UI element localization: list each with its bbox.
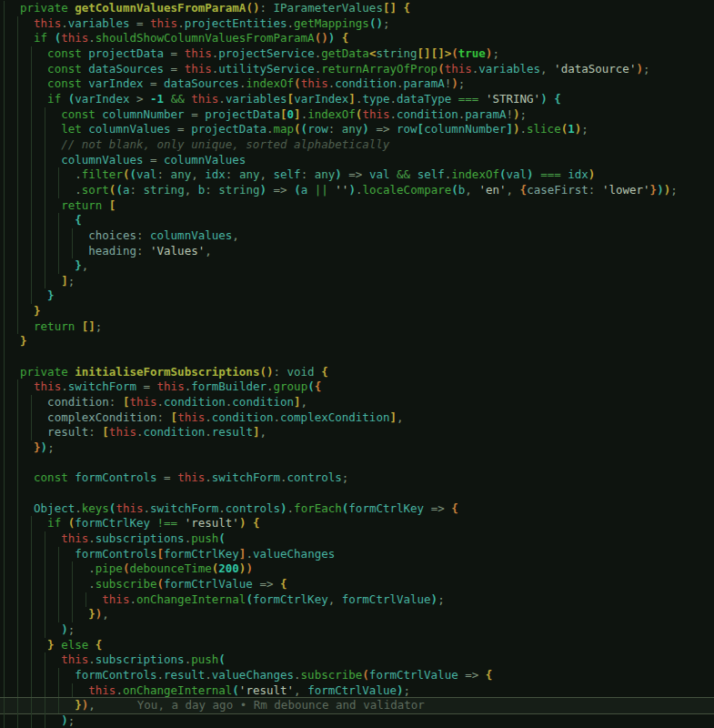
code-token: dataSources [88,62,164,76]
code-line[interactable]: ]; [0,274,714,289]
code-line[interactable]: choices: columnValues, [0,228,714,244]
code-line[interactable]: }), [0,607,714,622]
indent-guide [31,137,32,153]
code-token: ) [431,592,438,606]
code-line[interactable]: this.onChangeInternal('result', formCtrl… [0,683,714,699]
code-token: '' [335,183,348,197]
code-line[interactable]: const projectData = this.projectService.… [0,46,714,62]
code-token: 'result' [239,683,294,697]
code-line[interactable]: if (this.shouldShowColumnValuesFromParam… [0,31,714,46]
code-line[interactable]: let columnValues = projectData.map((row:… [0,122,714,137]
code-line[interactable]: .sort((a: string, b: string) => (a || ''… [0,183,714,198]
code-token [20,92,47,106]
code-token: . [389,107,397,121]
code-token: ) [362,122,369,136]
code-token: onChangeInternal [136,592,246,606]
code-token: { [342,31,349,45]
code-token: { [554,92,561,106]
indent-guide [45,683,45,699]
code-line[interactable] [0,349,714,365]
code-token: , [102,607,109,621]
code-line[interactable]: ); [0,622,714,638]
code-line[interactable]: formControls.result.valueChanges.subscri… [0,668,714,683]
git-blame-annotation[interactable]: You, a day ago • Rm debounce and validat… [137,698,425,712]
code-token: ; [68,713,75,727]
code-line[interactable]: this.subscriptions.push( [0,652,714,668]
code-token: const [61,107,96,121]
code-token: ( [246,592,253,606]
code-token: 'Values' [150,244,205,258]
code-token: ( [451,183,458,197]
code-line[interactable]: } [0,304,714,319]
code-token: ; [68,274,75,288]
code-line[interactable]: Object.keys(this.switchForm.controls).fo… [0,501,714,517]
indent-guide [58,607,59,622]
indent-guide [31,76,32,92]
code-token [20,304,34,318]
indent-guide [72,592,73,608]
code-line[interactable]: .filter((val: any, idx: any, self: any) … [0,167,714,183]
code-token: => [259,577,273,591]
code-token: columnValues [61,153,143,167]
code-line[interactable]: } else { [0,638,714,653]
code-line[interactable]: heading: 'Values', [0,244,714,259]
code-token: projectService [218,46,314,60]
code-line[interactable]: ); [0,713,714,728]
code-token: 1 [568,122,575,136]
code-line[interactable]: this.onChangeInternal(formCtrlKey, formC… [0,592,714,608]
code-line[interactable]: this.switchForm = this.formBuilder.group… [0,379,714,395]
code-line[interactable]: { [0,213,714,228]
code-token: . [75,183,82,197]
code-line[interactable]: const varIndex = dataSources.indexOf(thi… [0,76,714,92]
code-line[interactable]: return [ [0,198,714,214]
code-line[interactable]: const dataSources = this.utilityService.… [0,62,714,77]
code-line[interactable]: // not blank, only unique, sorted alphab… [0,137,714,153]
code-editor[interactable]: private getColumnValuesFromParamA(): IPa… [0,0,714,728]
code-line[interactable]: const formControls = this.switchForm.con… [0,470,714,486]
indent-guide [58,592,59,608]
code-line[interactable]: private getColumnValuesFromParamA(): IPa… [0,1,714,16]
code-token [20,183,75,197]
code-line[interactable]: this.variables = this.projectEntities.ge… [0,16,714,32]
code-token: . [218,501,226,515]
code-token: condition [164,395,226,409]
code-token: indexOf [246,76,294,90]
code-token [301,683,308,697]
code-line-current[interactable]: }),You, a day ago • Rm debounce and vali… [0,698,714,713]
code-line[interactable]: }); [0,440,714,456]
code-line[interactable]: if (formCtrlKey !== 'result') { [0,516,714,531]
code-token [20,76,47,90]
code-line[interactable]: } [0,334,714,349]
code-line[interactable]: return []; [0,319,714,335]
code-token: 'lower' [602,183,650,197]
code-line[interactable]: result: [this.condition.result], [0,425,714,440]
code-line[interactable]: } [0,288,714,304]
code-token: } [47,638,55,652]
code-line[interactable]: if (varIndex > -1 && this.variables[varI… [0,92,714,107]
code-line[interactable]: .pipe(debounceTime(200)) [0,561,714,577]
code-line[interactable]: }, [0,258,714,274]
code-token: ( [301,122,308,136]
code-token [157,76,165,90]
code-line[interactable]: private initialiseFormSubscriptions(): v… [0,365,714,380]
code-token: , [232,228,239,242]
code-line[interactable]: this.subscriptions.push( [0,531,714,547]
code-token [280,365,287,379]
code-line[interactable]: columnValues = columnValues [0,153,714,168]
code-token: 'dataSource' [554,62,636,76]
code-token: : [157,410,165,424]
indent-guide [17,16,18,32]
code-token: subscriptions [96,531,185,545]
indent-guide [31,410,32,426]
code-token: , [259,425,266,439]
code-line[interactable]: formControls[formCtrlKey].valueChanges [0,547,714,562]
code-token [20,46,47,60]
indent-guide [17,456,18,471]
code-line[interactable]: const columnNumber = projectData[0].inde… [0,107,714,123]
code-token: group [274,379,308,393]
code-line[interactable] [0,486,714,501]
code-line[interactable]: complexCondition: [this.condition.comple… [0,410,714,426]
code-line[interactable] [0,456,714,471]
code-line[interactable]: condition: [this.condition.condition], [0,395,714,410]
code-line[interactable]: .subscribe(formCtrlValue => { [0,577,714,592]
